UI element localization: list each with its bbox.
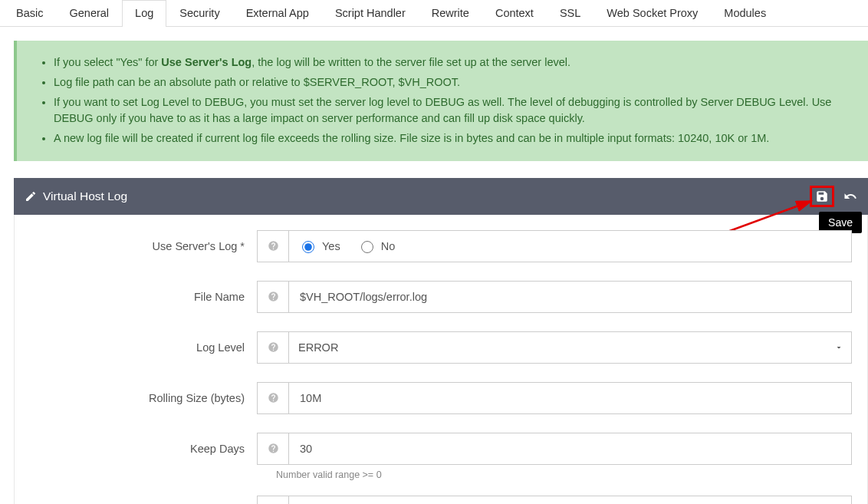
tab-ssl[interactable]: SSL bbox=[547, 0, 593, 27]
config-tabs: Basic General Log Security External App … bbox=[0, 0, 868, 27]
label-rolling-size: Rolling Size (bytes) bbox=[15, 392, 257, 404]
radio-group-use-server-log: Yes No bbox=[298, 239, 395, 253]
info-bullet-1: If you select "Yes" for Use Server's Log… bbox=[54, 54, 850, 71]
info-bullet-3: If you want to set Log Level to DEBUG, y… bbox=[54, 94, 850, 128]
radio-use-server-log-no[interactable]: No bbox=[357, 239, 396, 253]
tab-log[interactable]: Log bbox=[122, 0, 166, 27]
tab-script-handler[interactable]: Script Handler bbox=[322, 0, 419, 27]
keep-days-hint: Number valid range >= 0 bbox=[276, 469, 852, 480]
tab-modules[interactable]: Modules bbox=[711, 0, 779, 27]
save-icon bbox=[815, 189, 829, 203]
tab-web-socket-proxy[interactable]: Web Socket Proxy bbox=[593, 0, 711, 27]
log-level-select[interactable]: ERROR bbox=[298, 341, 842, 354]
tab-basic[interactable]: Basic bbox=[3, 0, 56, 27]
info-bullet-2: Log file path can be an absolute path or… bbox=[54, 74, 850, 91]
help-icon[interactable] bbox=[257, 382, 288, 414]
help-icon[interactable] bbox=[257, 331, 288, 364]
keep-days-input[interactable] bbox=[298, 442, 842, 456]
info-bullet-4: A new log file will be created if curren… bbox=[54, 130, 850, 147]
undo-button[interactable] bbox=[843, 189, 857, 203]
rolling-size-input[interactable] bbox=[298, 391, 842, 405]
edit-icon bbox=[25, 190, 37, 203]
radio-use-server-log-yes[interactable]: Yes bbox=[298, 239, 340, 253]
tab-general[interactable]: General bbox=[56, 0, 122, 27]
help-icon[interactable] bbox=[257, 496, 288, 504]
vhost-log-form: Use Server's Log * Yes No File Name bbox=[14, 215, 868, 504]
help-icon[interactable] bbox=[257, 230, 288, 262]
info-panel: If you select "Yes" for Use Server's Log… bbox=[14, 41, 868, 161]
help-icon[interactable] bbox=[257, 281, 288, 313]
label-file-name: File Name bbox=[15, 291, 257, 303]
panel-header: Virtual Host Log Save bbox=[14, 178, 868, 215]
save-button[interactable] bbox=[810, 186, 834, 207]
tab-security[interactable]: Security bbox=[166, 0, 232, 27]
tab-context[interactable]: Context bbox=[482, 0, 547, 27]
label-keep-days: Keep Days bbox=[15, 443, 257, 455]
label-log-level: Log Level bbox=[15, 341, 257, 354]
file-name-input[interactable] bbox=[298, 290, 842, 304]
panel-title: Virtual Host Log bbox=[43, 189, 127, 203]
help-icon[interactable] bbox=[257, 433, 288, 465]
tab-rewrite[interactable]: Rewrite bbox=[419, 0, 482, 27]
label-use-server-log: Use Server's Log * bbox=[15, 240, 257, 252]
tab-external-app[interactable]: External App bbox=[233, 0, 322, 27]
